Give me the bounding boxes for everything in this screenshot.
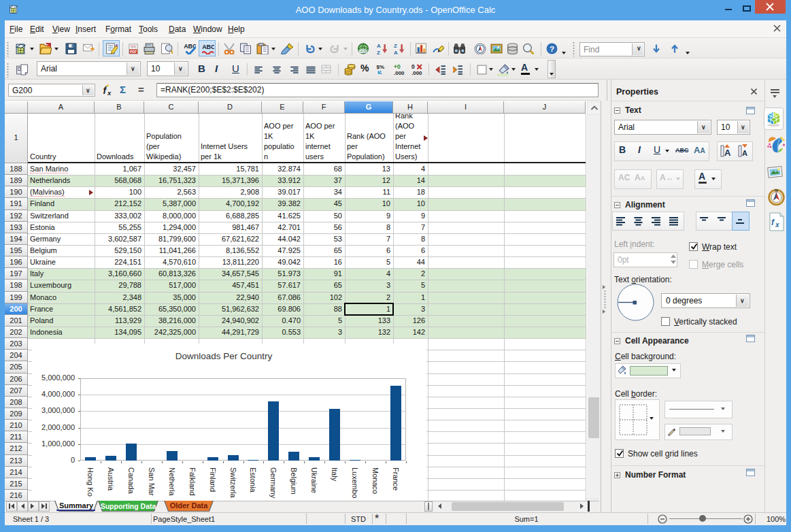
- svg-text:Z: Z: [394, 43, 397, 49]
- svg-text:ABC: ABC: [202, 44, 214, 50]
- svg-text:A: A: [394, 50, 398, 54]
- svg-text:.000: .000: [394, 70, 405, 76]
- svg-text:f: f: [103, 85, 107, 96]
- svg-text:x: x: [775, 221, 779, 229]
- svg-text:Z: Z: [377, 50, 380, 54]
- svg-text:A: A: [377, 43, 381, 49]
- svg-text:?: ?: [550, 44, 554, 53]
- svg-text:A: A: [724, 148, 731, 158]
- svg-text:.000: .000: [411, 70, 422, 76]
- svg-text:$%: $%: [377, 64, 385, 70]
- svg-text:N: N: [775, 188, 777, 193]
- svg-text:A: A: [742, 149, 747, 157]
- svg-text:PDF: PDF: [130, 50, 137, 54]
- svg-text:x: x: [107, 89, 112, 96]
